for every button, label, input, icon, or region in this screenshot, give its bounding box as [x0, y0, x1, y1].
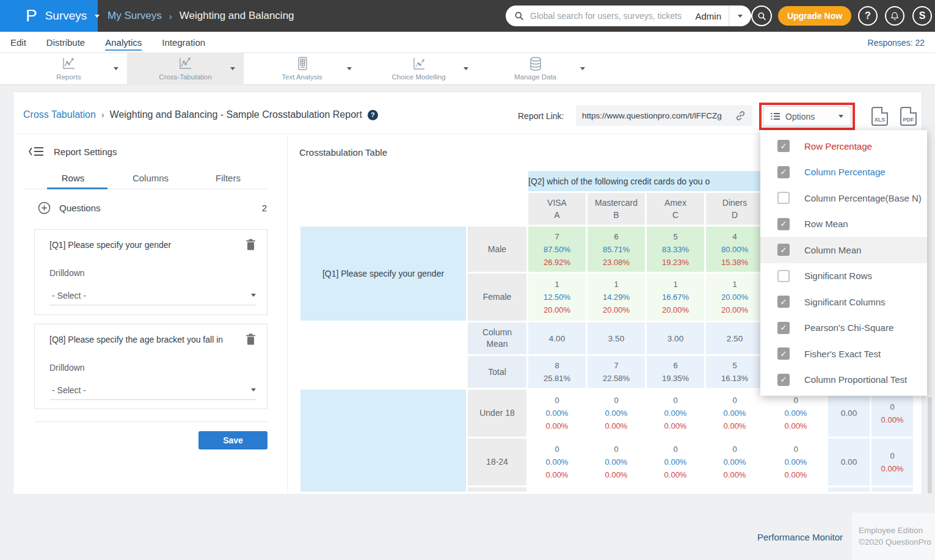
menu-item-row-mean[interactable]: Row Mean	[760, 211, 927, 238]
chevron-down-icon[interactable]	[114, 67, 118, 70]
question-text: [Q8] Please specify the age bracket you …	[49, 335, 223, 344]
drilldown-select[interactable]: - Select -	[49, 380, 256, 400]
chevron-down-icon[interactable]	[230, 67, 235, 70]
tab-rows[interactable]: Rows	[34, 173, 112, 189]
toolbar-manage-data[interactable]: Manage Data	[477, 53, 594, 85]
performance-monitor-link[interactable]: Performance Monitor	[757, 532, 843, 542]
menu-item-significant-columns[interactable]: Significant Columns	[760, 289, 927, 315]
menu-item-column-mean[interactable]: Column Mean	[760, 237, 927, 263]
menu-item-fishers-exact-test[interactable]: Fisher's Exact Test	[760, 341, 927, 367]
menu-item-column-proportional-test[interactable]: Column Proportional Test	[760, 367, 927, 393]
chevron-down-icon[interactable]	[464, 67, 468, 70]
toolbar-reports[interactable]: Reports	[10, 53, 127, 85]
export-pdf-button[interactable]: PDF	[900, 107, 917, 126]
analytics-toolbar: Reports Cross-Tabulation Text Analysis C…	[0, 53, 935, 85]
link-icon[interactable]	[735, 110, 746, 122]
avatar[interactable]: S	[912, 6, 932, 26]
crosstab-cell: 825.81%	[528, 356, 586, 388]
menu-item-significant-rows[interactable]: Significant Rows	[760, 263, 927, 289]
report-url[interactable]: https://www.questionpro.com/t/lFFCZg	[582, 111, 730, 120]
crosstab-cell: 120.00%20.00%	[706, 274, 763, 321]
menu-item-row-percentage[interactable]: Row Percentage	[760, 133, 927, 159]
crosstab-cell: 3.50	[588, 322, 645, 354]
product-switcher[interactable]: P Surveys	[0, 0, 98, 32]
cross-tabulation-link[interactable]: Cross Tabulation	[23, 109, 96, 120]
breadcrumb-separator: ›	[169, 11, 172, 21]
delete-question-button[interactable]	[246, 239, 256, 253]
chevron-down-icon[interactable]	[580, 67, 585, 70]
checkbox[interactable]	[777, 322, 790, 334]
crosstab-cell: 00.00%0.00%	[588, 390, 645, 437]
questions-header: Questions 2	[38, 200, 267, 215]
checkbox[interactable]	[777, 296, 790, 308]
search-input[interactable]	[530, 11, 688, 21]
export-xls-button[interactable]: XLS	[871, 107, 888, 126]
toolbar-cross-tabulation[interactable]: Cross-Tabulation	[127, 53, 244, 85]
nav-distribute[interactable]: Distribute	[46, 37, 85, 48]
checkbox[interactable]	[777, 166, 790, 178]
crosstab-cell: 0.00	[828, 390, 870, 437]
crosstab-cell: 00.00%0.00%	[765, 438, 826, 485]
column-header: MastercardB	[588, 193, 645, 225]
search-scope-selector[interactable]: Admin	[688, 11, 729, 21]
notifications-button[interactable]	[885, 6, 904, 26]
chevron-down-icon[interactable]	[347, 67, 352, 70]
crosstab-cell: 112.50%20.00%	[528, 274, 586, 321]
highlight-annotation	[759, 103, 855, 130]
menu-item-pearsons-chi-square[interactable]: Pearson's Chi-Square	[760, 315, 927, 341]
help-button[interactable]: ?	[858, 6, 878, 26]
row-header	[468, 487, 526, 492]
chevron-down-icon	[95, 15, 100, 18]
checkbox[interactable]	[777, 270, 790, 282]
global-search: Admin	[506, 5, 751, 26]
divider	[287, 134, 288, 494]
toolbar-text-analysis[interactable]: Text Analysis	[244, 53, 360, 85]
options-menu: Row Percentage Column Percentage Column …	[760, 130, 927, 396]
row-header: Total	[468, 356, 526, 388]
report-breadcrumb: Cross Tabulation › Weighting and Balanci…	[23, 109, 378, 120]
report-settings-title: Report Settings	[54, 147, 117, 157]
add-question-icon[interactable]	[38, 202, 51, 214]
search-icon	[514, 11, 524, 21]
database-icon	[477, 56, 594, 72]
checkbox[interactable]	[777, 192, 790, 204]
crosstab-cell: 00.00%0.00%	[647, 438, 704, 485]
toolbar-choice-modelling[interactable]: Choice Modelling	[360, 53, 477, 85]
collapse-panel-icon[interactable]	[28, 146, 44, 157]
vertical-scrollbar[interactable]	[928, 397, 932, 493]
drilldown-select[interactable]: - Select -	[49, 286, 256, 305]
crosstab-cell: 480.00%15.38%	[706, 227, 763, 272]
trash-icon	[246, 239, 256, 250]
crosstab-cell: 3.00	[647, 322, 704, 354]
breadcrumb-my-surveys[interactable]: My Surveys	[107, 10, 162, 22]
save-button[interactable]: Save	[198, 431, 267, 449]
search-scope-caret[interactable]	[729, 5, 751, 26]
survey-nav: Edit Distribute Analytics Integration	[0, 32, 935, 53]
help-icon[interactable]: ?	[368, 110, 378, 120]
tab-filters[interactable]: Filters	[189, 173, 267, 189]
row-header: ColumnMean	[468, 322, 526, 354]
questions-count: 2	[262, 203, 267, 213]
nav-integration[interactable]: Integration	[162, 37, 205, 48]
report-link-label: Report Link:	[518, 111, 564, 121]
line-chart-icon	[10, 56, 127, 71]
product-label: Surveys	[45, 9, 87, 23]
report-link-box[interactable]: https://www.questionpro.com/t/lFFCZg	[576, 105, 752, 126]
chevron-down-icon	[251, 294, 256, 297]
tab-columns[interactable]: Columns	[112, 173, 189, 189]
checkbox[interactable]	[777, 244, 790, 256]
checkbox[interactable]	[777, 347, 790, 360]
delete-question-button[interactable]	[246, 333, 256, 347]
checkbox[interactable]	[777, 218, 790, 230]
menu-item-column-percentage-base-n[interactable]: Column Percentage(Base N)	[760, 185, 927, 211]
crosstab-cell: 00.00%0.00%	[528, 390, 586, 437]
nav-analytics[interactable]: Analytics	[105, 37, 142, 51]
bell-icon	[890, 11, 900, 21]
upgrade-now-button[interactable]: Upgrade Now	[778, 6, 851, 26]
checkbox[interactable]	[777, 374, 790, 386]
checkbox[interactable]	[777, 140, 790, 152]
settings-tabs: Rows Columns Filters	[34, 173, 267, 189]
menu-item-column-percentage[interactable]: Column Percentage	[760, 159, 927, 186]
nav-edit[interactable]: Edit	[10, 37, 26, 48]
search-submit-button[interactable]	[751, 5, 772, 26]
